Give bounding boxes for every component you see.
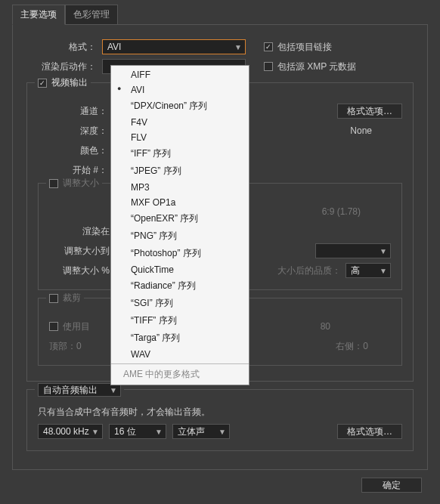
chevron-down-icon: ▼ — [234, 43, 242, 51]
video-output-checkbox[interactable]: ✓ — [38, 79, 47, 88]
format-option[interactable]: “TIFF” 序列 — [111, 312, 249, 329]
crop-checkbox[interactable] — [49, 294, 58, 303]
audio-desc: 只有当合成中含有音频时，才会输出音频。 — [38, 406, 210, 419]
format-option[interactable]: QuickTime — [111, 262, 249, 277]
crop-top-label: 顶部：0 — [49, 340, 82, 353]
audio-mode-select[interactable]: 自动音频输出 ▼ — [38, 383, 121, 397]
audio-bits-value: 16 位 — [114, 425, 136, 438]
format-option[interactable]: “Photoshop” 序列 — [111, 245, 249, 262]
format-option[interactable]: AIFF — [111, 67, 249, 82]
render-at-label: 渲染在： — [49, 225, 119, 238]
audio-format-options-button[interactable]: 格式选项… — [337, 424, 402, 439]
format-option[interactable]: AVI — [111, 82, 249, 97]
resize-quality-select[interactable]: 高 ▼ — [345, 263, 391, 278]
format-dropdown-list: AIFFAVI“DPX/Cineon” 序列F4VFLV“IFF” 序列“JPE… — [110, 65, 249, 385]
post-render-label: 渲染后动作： — [26, 60, 96, 73]
resize-quality-value: 高 — [351, 264, 360, 277]
format-label: 格式： — [26, 41, 96, 54]
audio-channels-select[interactable]: 立体声 ▼ — [172, 424, 230, 439]
format-option[interactable]: “JPEG” 序列 — [111, 162, 249, 180]
format-option[interactable]: “DPX/Cineon” 序列 — [111, 97, 249, 115]
chevron-down-icon: ▼ — [380, 267, 387, 275]
format-option[interactable]: MXF OP1a — [111, 195, 249, 210]
audio-channels-value: 立体声 — [178, 425, 205, 438]
format-option[interactable]: “IFF” 序列 — [111, 145, 249, 162]
crop-value: 80 — [321, 321, 330, 332]
tab-bar: 主要选项 色彩管理 — [0, 0, 440, 25]
crop-title: 裁剪 — [63, 292, 81, 305]
include-link-label: 包括项目链接 — [277, 41, 332, 54]
format-option[interactable]: FLV — [111, 130, 249, 145]
format-option[interactable]: “Targa” 序列 — [111, 329, 249, 347]
tab-color[interactable]: 色彩管理 — [65, 5, 118, 25]
resize-title: 调整大小 — [63, 177, 99, 190]
use-target-checkbox[interactable] — [49, 322, 58, 331]
chevron-down-icon: ▼ — [110, 386, 117, 394]
color-label: 颜色： — [38, 144, 107, 157]
crop-right-label: 右侧：0 — [336, 340, 368, 353]
video-output-title: 视频输出 — [51, 76, 88, 89]
format-option[interactable]: WAV — [111, 347, 249, 362]
format-option[interactable]: MP3 — [111, 180, 249, 195]
start-label: 开始 #： — [38, 164, 107, 177]
audio-output-group: 自动音频输出 ▼ 只有当合成中含有音频时，才会输出音频。 48.000 kHz … — [26, 389, 414, 451]
resize-to-select[interactable]: ▼ — [315, 243, 391, 258]
include-xmp-checkbox[interactable] — [264, 62, 273, 71]
format-option[interactable]: F4V — [111, 115, 249, 130]
include-xmp-label: 包括源 XMP 元数据 — [277, 60, 356, 73]
format-value: AVI — [107, 42, 121, 52]
format-select[interactable]: AVI ▼ — [102, 39, 246, 54]
codec-none: None — [350, 125, 372, 136]
chevron-down-icon: ▼ — [218, 428, 226, 436]
include-link-checkbox[interactable]: ✓ — [264, 42, 273, 51]
chevron-down-icon: ▼ — [380, 247, 387, 255]
format-options-button[interactable]: 格式选项… — [337, 104, 402, 119]
chevron-down-icon: ▼ — [91, 428, 99, 436]
chevron-down-icon: ▼ — [155, 428, 163, 436]
channel-label: 通道： — [38, 105, 107, 118]
ok-button[interactable]: 确定 — [361, 478, 422, 493]
format-option[interactable]: “PNG” 序列 — [111, 227, 249, 245]
use-target-label: 使用目 — [63, 320, 90, 333]
resize-quality-label: 大小后的品质： — [277, 264, 341, 277]
format-dropdown-footer: AME 中的更多格式 — [111, 363, 249, 383]
tab-main[interactable]: 主要选项 — [12, 5, 65, 25]
aspect-ratio: 6:9 (1.78) — [322, 206, 361, 217]
format-option[interactable]: “SGI” 序列 — [111, 295, 249, 312]
format-option[interactable]: “Radiance” 序列 — [111, 277, 249, 295]
format-option[interactable]: “OpenEXR” 序列 — [111, 210, 249, 227]
resize-to-label: 调整大小到： — [49, 245, 119, 258]
audio-mode-value: 自动音频输出 — [43, 384, 98, 397]
resize-pct-label: 调整大小 %： — [49, 264, 119, 277]
resize-checkbox[interactable] — [49, 179, 58, 188]
depth-label: 深度： — [38, 125, 107, 138]
audio-bits-select[interactable]: 16 位 ▼ — [109, 424, 166, 439]
audio-rate-value: 48.000 kHz — [43, 426, 89, 437]
audio-rate-select[interactable]: 48.000 kHz ▼ — [38, 424, 103, 439]
